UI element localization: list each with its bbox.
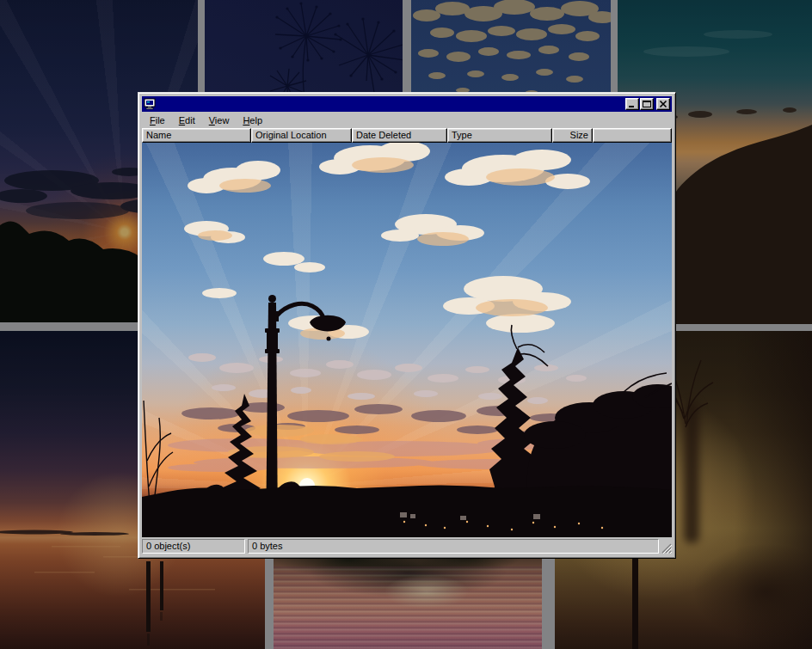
recycle-bin-window: FileEditViewHelp NameOriginal LocationDa… — [138, 92, 676, 559]
menu-item-edit[interactable]: Edit — [172, 113, 202, 127]
status-bar: 0 object(s) 0 bytes — [142, 539, 672, 554]
resize-grip[interactable] — [661, 542, 672, 554]
column-headers: NameOriginal LocationDate DeletedTypeSiz… — [142, 128, 672, 143]
menu-item-view[interactable]: View — [202, 113, 237, 127]
maximize-button[interactable] — [640, 98, 654, 110]
status-object-count: 0 object(s) — [142, 539, 245, 554]
column-header-size[interactable]: Size — [552, 128, 593, 143]
column-header-original-location[interactable]: Original Location — [251, 128, 352, 143]
status-byte-count: 0 bytes — [248, 539, 659, 554]
menu-bar: FileEditViewHelp — [142, 112, 672, 128]
minimize-icon — [627, 100, 637, 108]
minimize-button[interactable] — [625, 98, 639, 110]
ground-town-silhouette — [142, 485, 672, 537]
photo-detail-overlay — [142, 143, 672, 537]
menu-item-help[interactable]: Help — [236, 113, 269, 127]
menu-item-file[interactable]: File — [143, 113, 172, 127]
maximize-icon — [642, 100, 652, 108]
close-button[interactable] — [656, 98, 670, 110]
column-header-type[interactable]: Type — [447, 128, 552, 143]
clouds-gold-shading — [198, 157, 555, 340]
column-header-blank[interactable] — [593, 128, 672, 143]
column-header-name[interactable]: Name — [142, 128, 251, 143]
folder-viewport[interactable] — [142, 143, 672, 537]
desktop: FileEditViewHelp NameOriginal LocationDa… — [0, 0, 812, 649]
clouds-small-field — [188, 353, 587, 404]
column-header-date-deleted[interactable]: Date Deleted — [352, 128, 447, 143]
my-computer-icon[interactable] — [144, 98, 157, 110]
close-icon — [658, 100, 668, 108]
titlebar[interactable] — [142, 96, 672, 112]
